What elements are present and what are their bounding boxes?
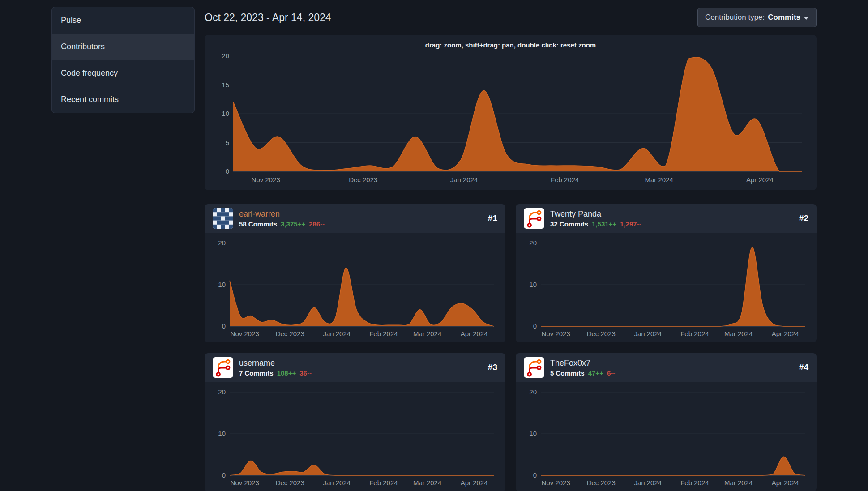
overall-contributions-panel: drag: zoom, shift+drag: pan, double clic… [205, 35, 817, 190]
deletions-count: 36-- [299, 369, 312, 377]
contributor-chart-wrap: 01020Nov 2023Dec 2023Jan 2024Feb 2024Mar… [205, 233, 505, 342]
svg-text:0: 0 [533, 322, 537, 330]
contributor-cards-grid: earl-warren 58 Commits 3,375++ 286-- #1 … [205, 204, 817, 491]
svg-text:15: 15 [222, 81, 229, 89]
contributor-info: TheFox0x7 5 Commits 47++ 6-- [550, 359, 615, 377]
svg-text:Mar 2024: Mar 2024 [413, 330, 441, 337]
svg-text:Nov 2023: Nov 2023 [231, 479, 259, 487]
contributor-name-link[interactable]: Twenty Panda [550, 209, 641, 219]
chart-zoom-hint: drag: zoom, shift+drag: pan, double clic… [213, 41, 808, 51]
svg-text:Mar 2024: Mar 2024 [413, 479, 441, 487]
contributor-card-header: TheFox0x7 5 Commits 47++ 6-- #4 [516, 353, 817, 382]
svg-text:Mar 2024: Mar 2024 [645, 176, 673, 184]
contributor-name-link[interactable]: username [239, 359, 312, 368]
svg-text:Dec 2023: Dec 2023 [276, 479, 304, 487]
contributor-card-2: Twenty Panda 32 Commits 1,531++ 1,297-- … [516, 204, 817, 342]
contributor-card-header: username 7 Commits 108++ 36-- #3 [205, 353, 505, 382]
contributor-rank: #1 [488, 213, 497, 223]
contributor-rank: #2 [799, 213, 808, 223]
contributor-card-header: Twenty Panda 32 Commits 1,531++ 1,297-- … [516, 204, 817, 233]
commit-count: 58 Commits [239, 220, 277, 228]
svg-text:Feb 2024: Feb 2024 [680, 330, 709, 337]
contributor-rank: #3 [488, 363, 497, 372]
contributor-name-link[interactable]: TheFox0x7 [550, 359, 615, 368]
svg-text:Apr 2024: Apr 2024 [746, 176, 774, 184]
contributor-name-link[interactable]: earl-warren [239, 209, 325, 219]
svg-text:Jan 2024: Jan 2024 [634, 330, 662, 337]
main-content: Oct 22, 2023 - Apr 14, 2024 Contribution… [205, 7, 817, 491]
svg-text:10: 10 [222, 110, 229, 117]
contributor-card-header: earl-warren 58 Commits 3,375++ 286-- #1 [205, 204, 505, 233]
contributor-area-chart[interactable]: 01020Nov 2023Dec 2023Jan 2024Feb 2024Mar… [522, 237, 810, 340]
forgejo-logo-avatar[interactable] [524, 357, 544, 378]
deletions-count: 286-- [309, 220, 325, 228]
svg-text:Dec 2023: Dec 2023 [587, 330, 616, 337]
svg-text:Feb 2024: Feb 2024 [680, 479, 709, 487]
contributor-chart-wrap: 01020Nov 2023Dec 2023Jan 2024Feb 2024Mar… [516, 382, 817, 491]
contributor-chart-wrap: 01020Nov 2023Dec 2023Jan 2024Feb 2024Mar… [205, 382, 505, 491]
svg-text:0: 0 [533, 471, 537, 479]
svg-text:Jan 2024: Jan 2024 [323, 479, 351, 487]
svg-text:5: 5 [226, 139, 229, 146]
contributor-info: username 7 Commits 108++ 36-- [239, 359, 312, 377]
svg-text:0: 0 [222, 322, 226, 330]
svg-text:10: 10 [529, 430, 537, 437]
svg-text:20: 20 [218, 239, 226, 247]
svg-text:Nov 2023: Nov 2023 [542, 479, 570, 487]
forgejo-logo-avatar[interactable] [213, 357, 233, 378]
contribution-type-label: Contribution type: [705, 13, 765, 22]
deletions-count: 1,297-- [620, 220, 641, 228]
contributor-card-1: earl-warren 58 Commits 3,375++ 286-- #1 … [205, 204, 505, 342]
svg-text:Apr 2024: Apr 2024 [461, 479, 488, 487]
svg-text:Feb 2024: Feb 2024 [369, 479, 398, 487]
commit-count: 5 Commits [550, 369, 585, 377]
contributor-area-chart[interactable]: 01020Nov 2023Dec 2023Jan 2024Feb 2024Mar… [522, 386, 810, 489]
contributor-area-chart[interactable]: 01020Nov 2023Dec 2023Jan 2024Feb 2024Mar… [211, 237, 499, 340]
contributor-info: earl-warren 58 Commits 3,375++ 286-- [239, 209, 325, 228]
svg-text:Feb 2024: Feb 2024 [551, 176, 579, 184]
sidebar: Pulse Contributors Code frequency Recent… [51, 7, 195, 491]
contribution-type-dropdown[interactable]: Contribution type: Commits [697, 8, 817, 27]
svg-text:10: 10 [218, 281, 226, 288]
svg-text:20: 20 [529, 239, 537, 247]
additions-count: 108++ [277, 369, 296, 377]
contributor-area-chart[interactable]: 01020Nov 2023Dec 2023Jan 2024Feb 2024Mar… [211, 386, 499, 489]
svg-text:Apr 2024: Apr 2024 [772, 479, 799, 487]
identicon-avatar[interactable] [213, 208, 233, 229]
additions-count: 3,375++ [281, 220, 305, 228]
contributions-area-chart[interactable]: 05101520Nov 2023Dec 2023Jan 2024Feb 2024… [213, 51, 808, 186]
app-root: Pulse Contributors Code frequency Recent… [0, 0, 868, 491]
svg-text:0: 0 [222, 471, 226, 479]
sidebar-item-pulse[interactable]: Pulse [52, 7, 194, 34]
svg-text:20: 20 [529, 388, 537, 396]
svg-text:Apr 2024: Apr 2024 [461, 330, 488, 337]
contributor-card-4: TheFox0x7 5 Commits 47++ 6-- #4 01020Nov… [516, 353, 817, 491]
svg-text:0: 0 [226, 167, 229, 175]
sidebar-item-code-frequency[interactable]: Code frequency [52, 60, 194, 86]
activity-menu: Pulse Contributors Code frequency Recent… [51, 7, 195, 113]
svg-text:Jan 2024: Jan 2024 [634, 479, 662, 487]
sidebar-item-recent-commits[interactable]: Recent commits [52, 86, 194, 113]
additions-count: 1,531++ [592, 220, 616, 228]
contribution-type-value: Commits [768, 13, 800, 22]
commit-count: 32 Commits [550, 220, 588, 228]
contributor-info: Twenty Panda 32 Commits 1,531++ 1,297-- [550, 209, 641, 228]
contributor-rank: #4 [799, 363, 808, 372]
content-header: Oct 22, 2023 - Apr 14, 2024 Contribution… [205, 7, 817, 28]
contributor-stats: 7 Commits 108++ 36-- [239, 369, 312, 377]
svg-text:10: 10 [218, 430, 226, 437]
contributor-stats: 32 Commits 1,531++ 1,297-- [550, 220, 641, 228]
svg-text:Dec 2023: Dec 2023 [276, 330, 304, 337]
svg-text:Jan 2024: Jan 2024 [450, 176, 478, 184]
contributor-chart-wrap: 01020Nov 2023Dec 2023Jan 2024Feb 2024Mar… [516, 233, 817, 342]
svg-text:Nov 2023: Nov 2023 [252, 176, 280, 184]
svg-text:Mar 2024: Mar 2024 [724, 330, 753, 337]
chevron-down-icon [804, 17, 809, 20]
contributor-stats: 58 Commits 3,375++ 286-- [239, 220, 325, 228]
svg-text:Apr 2024: Apr 2024 [772, 330, 799, 337]
sidebar-item-contributors[interactable]: Contributors [52, 34, 194, 60]
additions-count: 47++ [588, 369, 603, 377]
forgejo-logo-avatar[interactable] [524, 208, 544, 229]
deletions-count: 6-- [607, 369, 615, 377]
svg-text:Feb 2024: Feb 2024 [369, 330, 398, 337]
